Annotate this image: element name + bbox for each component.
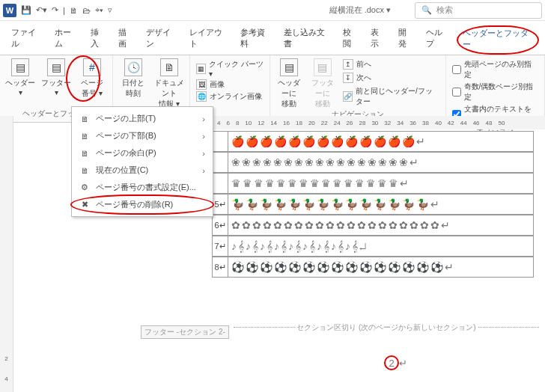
menu-bottom-of-page[interactable]: 🗎ページの下部(B)›: [72, 127, 213, 144]
format-icon: ⚙: [79, 183, 90, 193]
tab-draw[interactable]: 描画: [113, 25, 139, 55]
menu-format-page-numbers[interactable]: ⚙ページ番号の書式設定(E)...: [72, 179, 213, 196]
group-navigation: ▤ヘッダーに 移動 ▤フッターに 移動 ↥前へ ↧次へ 🔗前と同じヘッダー/フッ…: [270, 55, 445, 122]
page-current-icon: 🗎: [79, 165, 90, 176]
undo-icon[interactable]: ↶▾: [36, 5, 47, 15]
touch-mode-icon[interactable]: ⌖▾: [95, 5, 103, 15]
tab-file[interactable]: ファイル: [6, 25, 48, 55]
table-row: 5↵🦆🦆🦆🦆🦆🦆🦆🦆🦆🦆🦆🦆🦆🦆↵: [212, 194, 534, 215]
search-icon: 🔍: [421, 5, 432, 15]
tab-home[interactable]: ホーム: [49, 25, 84, 55]
quick-parts-button[interactable]: ▦クイック パーツ ▾: [195, 58, 265, 79]
tab-developer[interactable]: 開発: [393, 25, 419, 55]
page-margin-icon: 🗎: [79, 148, 90, 159]
search-placeholder: 検索: [436, 4, 453, 16]
annotation-circle-footer-pagenumber: 2: [384, 355, 399, 370]
document-title[interactable]: 縦横混在 .docx ▾: [329, 4, 391, 16]
goto-footer-button[interactable]: ▤フッターに 移動: [308, 58, 337, 109]
search-box[interactable]: 🔍 検索: [415, 2, 542, 19]
table-row: 6↵✿✿✿✿✿✿✿✿✿✿✿✿✿✿✿✿✿✿✿✿↵: [212, 215, 534, 236]
footer-section-label: フッター -セクション 2-: [141, 325, 229, 339]
menu-remove-page-numbers[interactable]: ✖ページ番号の削除(R): [72, 196, 213, 213]
document-info-button[interactable]: 🗎ドキュメント 情報 ▾: [153, 58, 185, 109]
quick-access-toolbar: 💾 ↶▾ ↷ | 🗎 🗁 ⌖▾ ▿: [21, 5, 112, 15]
ribbon-tabs: ファイル ホーム 挿入 描画 デザイン レイアウト 参考資料 差し込み文書 校閲…: [0, 21, 545, 55]
menu-current-position[interactable]: 🗎現在の位置(C)›: [72, 162, 213, 179]
remove-icon: ✖: [79, 200, 90, 210]
section-break-text: セクション区切り (次のページから新しいセクション): [295, 323, 477, 331]
footer-button[interactable]: ▤フッター ▾: [40, 58, 72, 97]
tab-references[interactable]: 参考資料: [235, 25, 277, 55]
save-icon[interactable]: 💾: [21, 5, 31, 15]
previous-section-button[interactable]: ↥前へ: [341, 58, 440, 70]
table-row: 🍎🍎🍎🍎🍎🍎🍎🍎🍎🍎🍎🍎🍎↵: [212, 131, 534, 152]
qat-sep: |: [63, 6, 65, 15]
date-time-button[interactable]: 🕓日付と 時刻: [118, 58, 149, 99]
tab-insert[interactable]: 挿入: [85, 25, 112, 55]
menu-page-margins[interactable]: 🗎ページの余白(P)›: [72, 144, 213, 162]
document-table: 🍎🍎🍎🍎🍎🍎🍎🍎🍎🍎🍎🍎🍎↵ ❀❀❀❀❀❀❀❀❀❀❀❀❀❀❀❀❀↵ ♛♛♛♛♛♛…: [212, 131, 534, 278]
vertical-ruler[interactable]: 24: [0, 116, 13, 392]
table-row: 8↵⚽⚽⚽⚽⚽⚽⚽⚽⚽⚽⚽⚽⚽⚽⚽↵: [212, 257, 534, 278]
title-bar: W 💾 ↶▾ ↷ | 🗎 🗁 ⌖▾ ▿ 縦横混在 .docx ▾ 🔍 検索: [0, 0, 545, 21]
section-break: フッター -セクション 2- セクション区切り (次のページから新しいセクション…: [141, 325, 539, 339]
tab-header-footer[interactable]: ヘッダーとフッター: [457, 25, 540, 55]
tab-review[interactable]: 校閲: [338, 25, 364, 55]
online-pictures-button[interactable]: 🌐オンライン画像: [195, 91, 264, 102]
qat-customize-icon[interactable]: ▿: [108, 5, 112, 15]
pictures-button[interactable]: 🖼画像: [195, 79, 226, 91]
different-odd-even-checkbox[interactable]: 奇数/偶数ページ別指定: [451, 81, 540, 103]
redo-icon[interactable]: ↷: [52, 5, 58, 15]
page-bottom-icon: 🗎: [79, 131, 90, 141]
menu-top-of-page[interactable]: 🗎ページの上部(T)›: [72, 110, 213, 127]
link-previous-button[interactable]: 🔗前と同じヘッダー/フッター: [341, 85, 440, 108]
table-row: 7↵♪𝄞♪𝄞♪𝄞♪𝄞♪𝄞♪𝄞♪𝄞♪𝄞♪𝄞↵: [212, 236, 534, 257]
tab-mailings[interactable]: 差し込み文書: [278, 25, 336, 55]
page-number-button[interactable]: #ページ 番号 ▾: [76, 58, 108, 99]
group-options: 先頭ページのみ別指定 奇数/偶数ページ別指定 文書内のテキストを表示 オプション: [446, 55, 545, 122]
footer-page-number[interactable]: 2↵: [384, 355, 407, 370]
next-section-button[interactable]: ↧次へ: [341, 72, 440, 84]
new-doc-icon[interactable]: 🗎: [70, 6, 78, 15]
page-top-icon: 🗎: [79, 114, 90, 124]
table-row: ♛♛♛♛♛♛♛♛♛♛♛♛♛♛♛↵: [212, 173, 534, 194]
table-row: ❀❀❀❀❀❀❀❀❀❀❀❀❀❀❀❀❀↵: [212, 152, 534, 173]
header-button[interactable]: ▤ヘッダー ▾: [4, 58, 36, 97]
page-number-menu: 🗎ページの上部(T)› 🗎ページの下部(B)› 🗎ページの余白(P)› 🗎現在の…: [71, 106, 213, 217]
tab-layout[interactable]: レイアウト: [184, 25, 234, 55]
tab-design[interactable]: デザイン: [141, 25, 183, 55]
word-app-icon: W: [3, 4, 16, 17]
goto-header-button[interactable]: ▤ヘッダーに 移動: [275, 58, 303, 109]
open-doc-icon[interactable]: 🗁: [82, 6, 91, 15]
tab-help[interactable]: ヘルプ: [421, 25, 455, 55]
different-first-page-checkbox[interactable]: 先頭ページのみ別指定: [451, 58, 540, 81]
tab-view[interactable]: 表示: [365, 25, 392, 55]
